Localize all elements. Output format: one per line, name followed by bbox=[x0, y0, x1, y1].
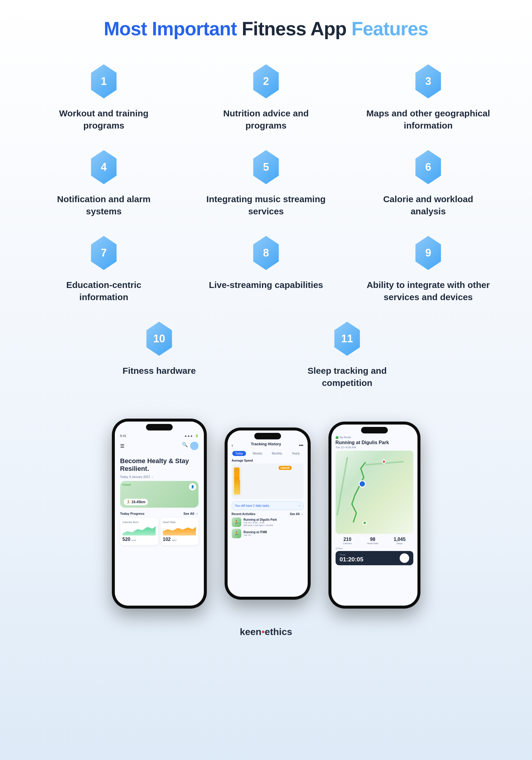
p2-speed-badge: 24km/h bbox=[279, 466, 291, 470]
feature-label-8: Live-streaming capabilities bbox=[209, 279, 323, 291]
feature-item-6: 6 Calorie and workload analysis bbox=[353, 149, 504, 217]
phone-1: 9:41 ▲▲▲ 🔋 ☰ 🔍 Become Heal bbox=[112, 419, 207, 609]
p2-chart-title: Average Speed bbox=[232, 459, 303, 462]
p2-nav: ‹ Tracking History ••• bbox=[232, 442, 303, 449]
p1-hero-text: Become Healty & Stay Resilient. bbox=[115, 454, 204, 475]
feature-label-5: Integrating music streaming services bbox=[203, 193, 328, 217]
p3-timer: Timer 01:20:05 ⏸ bbox=[335, 551, 413, 565]
p1-calories-card: Calories Burn 520 kcal bbox=[120, 518, 158, 545]
feature-item-8: 8 Live-streaming capabilities bbox=[191, 235, 341, 303]
hex-wrapper-7: 7 bbox=[88, 235, 120, 271]
page-title: Most Important Fitness App Features bbox=[24, 18, 508, 40]
p3-steps-lbl: Steps bbox=[394, 542, 406, 545]
p1-heart-unit: bpm bbox=[172, 539, 177, 542]
hex-wrapper-5: 5 bbox=[249, 149, 282, 185]
feature-item-3: 3 Maps and other geographical informatio… bbox=[353, 64, 504, 131]
hex-10: 10 bbox=[144, 322, 174, 356]
p1-heart-label: Heart Rate bbox=[163, 521, 196, 524]
phone-3-screen: My Route Running at Digulis Park Tue 10 … bbox=[332, 425, 418, 606]
p3-steps-val: 1,045 bbox=[394, 537, 406, 542]
p2-activities-see-all[interactable]: See All → bbox=[290, 512, 303, 516]
friend-label: Friend bbox=[122, 483, 131, 486]
p1-progress-title: Today Progress bbox=[120, 512, 145, 515]
hex-wrapper-1: 1 bbox=[88, 64, 120, 99]
p3-timer-label: Timer bbox=[340, 553, 364, 556]
p3-end-dot bbox=[382, 459, 386, 464]
p1-heart-value-row: 102 bpm bbox=[163, 537, 196, 542]
feature-label-4: Notification and alarm systems bbox=[42, 193, 166, 217]
p1-see-all[interactable]: See All → bbox=[183, 512, 198, 515]
p1-stats-row: Calories Burn 520 kcal Heart Rate 102 bbox=[120, 518, 199, 545]
feature-item-5: 5 Integrating music streaming services bbox=[191, 149, 341, 217]
hex-wrapper-11: 11 bbox=[331, 321, 364, 356]
p3-heartrate-val: 98 bbox=[367, 537, 378, 542]
p2-bars bbox=[234, 466, 301, 497]
brand-keen: keen bbox=[240, 626, 261, 637]
phone-3-notch bbox=[361, 427, 388, 433]
p3-stat-steps: 1,045 Steps bbox=[394, 537, 406, 545]
p3-calories-val: 210 bbox=[343, 537, 352, 542]
brand-ethics: ethics bbox=[265, 626, 292, 637]
p3-pause-button[interactable]: ⏸ bbox=[400, 553, 409, 563]
p2-activity-1: 🏃 Running at Digulis Park Tue 10 • 8:00 … bbox=[232, 517, 303, 527]
hex-7: 7 bbox=[89, 236, 119, 270]
p2-back-icon[interactable]: ‹ bbox=[232, 443, 233, 448]
p3-route-title: Running at Digulis Park bbox=[335, 440, 413, 445]
run-icon: 🏃 bbox=[126, 500, 131, 504]
p3-calories-lbl: Calories bbox=[343, 542, 352, 545]
p3-route-date: Tue 10 • 6:00 PM bbox=[335, 446, 413, 449]
hex-6: 6 bbox=[413, 150, 443, 184]
p1-time: 9:41 bbox=[120, 434, 126, 438]
p2-tab-yearly[interactable]: Yearly bbox=[289, 451, 303, 456]
hex-3: 3 bbox=[413, 65, 443, 99]
p2-activities-title: Recent Activities bbox=[232, 512, 255, 516]
menu-icon[interactable]: ☰ bbox=[120, 443, 124, 449]
p3-route-dot bbox=[335, 436, 338, 439]
p2-activity-1-icon: 🏃 bbox=[232, 517, 241, 527]
p3-heartrate-lbl: Heart Rate bbox=[367, 542, 378, 545]
phone-2: ‹ Tracking History ••• Today Weekly Mont… bbox=[225, 428, 311, 600]
phone-2-notch bbox=[254, 433, 281, 439]
p3-timer-info: Timer 01:20:05 bbox=[340, 553, 364, 563]
p2-more-icon[interactable]: ••• bbox=[299, 443, 303, 448]
p3-stat-heartrate: 98 Heart Rate bbox=[367, 537, 378, 545]
feature-item-9: 9 Ability to integrate with other servic… bbox=[353, 235, 504, 303]
p2-tab-weekly[interactable]: Weekly bbox=[249, 451, 265, 456]
wifi-icon: 🔋 bbox=[195, 434, 199, 438]
p2-activity-2-icon: 🏃 bbox=[232, 529, 241, 538]
p2-tab-today[interactable]: Today bbox=[232, 451, 246, 456]
search-icon[interactable]: 🔍 bbox=[182, 442, 188, 450]
feature-label-3: Maps and other geographical information bbox=[366, 108, 490, 131]
p2-activity-2-name: Running at ITMB bbox=[244, 531, 303, 534]
phone-2-screen: ‹ Tracking History ••• Today Weekly Mont… bbox=[228, 430, 308, 597]
hex-wrapper-6: 6 bbox=[412, 149, 444, 185]
p1-calories-unit: kcal bbox=[132, 539, 136, 542]
p2-activity-1-info: Running at Digulis Park Tue 10 • 8:00 - … bbox=[244, 518, 303, 527]
p1-calories-chart bbox=[122, 525, 156, 536]
p2-title: Tracking History bbox=[251, 442, 281, 446]
p3-route-header-row: My Route bbox=[335, 436, 413, 439]
branding: keen•ethics bbox=[24, 626, 508, 638]
feature-item-1: 1 Workout and training programs bbox=[29, 64, 179, 131]
title-fitness: Fitness App bbox=[242, 18, 346, 39]
p2-tabs: Today Weekly Monthly Yearly bbox=[232, 451, 303, 456]
feature-label-2: Nutrition advice and programs bbox=[203, 108, 328, 131]
p1-heart-value: 102 bbox=[163, 537, 171, 542]
feature-label-10: Fitness hardware bbox=[122, 365, 196, 377]
p3-route-svg bbox=[335, 451, 413, 534]
feature-item-11: 11 Sleep tracking and competition bbox=[285, 321, 410, 389]
p1-map-card: 👤 Friend 🏃 19.45km bbox=[120, 481, 199, 508]
p2-task-text: You still have 2 daily tasks bbox=[235, 504, 269, 507]
friend-button[interactable]: 👤 bbox=[189, 483, 196, 491]
p1-status-icons: ▲▲▲ 🔋 bbox=[184, 434, 199, 438]
hex-4: 4 bbox=[89, 150, 119, 184]
phone-1-notch bbox=[146, 424, 173, 430]
feature-item-10: 10 Fitness hardware bbox=[122, 321, 196, 389]
p2-task-banner[interactable]: You still have 2 daily tasks › bbox=[232, 501, 303, 510]
p2-tab-monthly[interactable]: Monthly bbox=[269, 451, 285, 456]
p3-user-avatar: 👤 bbox=[359, 480, 366, 488]
hex-9: 9 bbox=[413, 236, 443, 270]
p2-bar-7 bbox=[234, 478, 240, 494]
feature-item-2: 2 Nutrition advice and programs bbox=[191, 64, 341, 131]
p1-heart-card: Heart Rate 102 bpm bbox=[160, 518, 199, 545]
